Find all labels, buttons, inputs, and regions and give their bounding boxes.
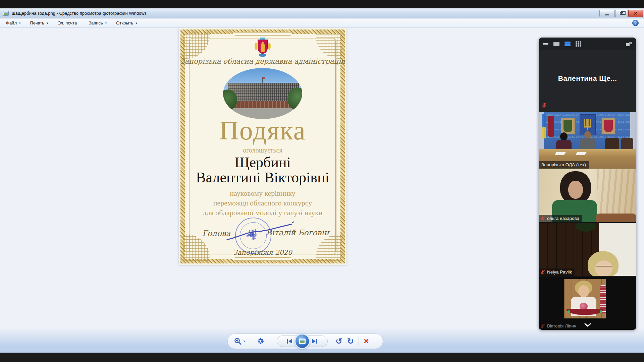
close-icon: ✕ [634,11,638,16]
certificate-image: Запорізька обласна державна адміністраці… [179,28,346,265]
participant-video-viktoria-lipych[interactable]: Вікторія Ліпич [539,277,636,330]
zaporizhzhia-coat-of-arms [255,38,271,57]
layout-popout-icon[interactable] [626,42,632,46]
previous-icon [286,338,293,344]
recipient-name: Валентині Вікторівні [179,169,346,186]
cossack-figure [261,43,265,52]
panel-view-controls [539,38,636,50]
rotate-clockwise-button[interactable]: ↻ [347,337,354,345]
certificate-description: науковому керівнику переможця обласного … [179,188,346,218]
next-icon [311,338,318,344]
participant-video-nelya-pavlik[interactable]: Nelya Pavlik [539,223,636,277]
menu-file[interactable]: Файл ▾ [3,19,24,27]
active-speaker-name: Валентина Ще... [539,74,636,82]
participant-name: Запорізька ОДА (тех) [541,162,586,167]
person-face [568,181,583,199]
microphone-muted-icon [541,216,545,221]
fit-to-window-button[interactable] [257,337,265,345]
zoom-button[interactable]: ▾ [234,337,245,345]
active-speaker-tile[interactable]: Валентина Ще... [539,50,636,112]
expand-list-button[interactable] [584,322,591,328]
participant-name-badge: Вікторія Ліпич [539,322,579,330]
fit-to-window-icon [257,337,265,345]
speaker-view-icon[interactable] [553,42,559,46]
menu-burn-label: Запись [89,20,103,25]
participant-name-badge: Запорізька ОДА (тех) [539,161,589,169]
participant-name-badge: Nelya Pavlik [539,268,575,276]
chevron-down-icon: ▾ [105,21,107,25]
participant-video-zaporizka-oda[interactable]: ЗАПОРІЗЬКА ОБЛАСТЬ ЗАПОРІЗЬКА ОБЛАСТЬ ЗА… [539,112,636,169]
microphone-muted-icon [541,270,545,275]
recipient-surname: Щербині [179,154,346,171]
close-button[interactable]: ✕ [628,10,643,17]
emblem-wing [255,43,257,50]
photo-viewer-app-icon [3,11,9,16]
letterbox-bottom [0,353,644,362]
description-line: переможця обласного конкурсу [179,198,346,208]
screen: шаЩербина зода.png - Средство просмотра … [0,0,644,362]
certificate-subtitle: оголошується [179,146,346,154]
slideshow-icon [299,339,306,344]
person-face [578,285,589,297]
glasses [596,266,612,269]
strip-view-icon[interactable] [565,42,571,46]
video-call-panel: Валентина Ще... ЗАПОРІЗЬКА ОБЛАСТЬ ЗАПОР… [539,38,636,330]
menu-print[interactable]: Печать ▾ [27,19,52,27]
restore-button[interactable] [615,10,628,17]
rotate-counterclockwise-button[interactable]: ↺ [336,337,342,345]
toolbar-divider [359,337,359,346]
menu-open[interactable]: Открыть ▾ [113,19,141,27]
delete-button[interactable]: ✕ [364,337,369,345]
help-button[interactable]: ? [632,20,639,26]
certificate-org-line: Запорізька обласна державна адміністраці… [179,57,346,65]
place-and-year: Запоріжжя 2020 [179,248,346,256]
emblem-shield [258,40,268,54]
emblem-wing [268,43,271,50]
navigation-group [277,336,328,347]
gallery-view-icon[interactable] [576,41,581,47]
participant-name: Вікторія Ліпич [547,323,576,328]
chevron-down-icon: ▾ [136,21,137,25]
regional-flag [548,116,554,137]
papers [554,152,566,155]
ribbon-ornament-bottom [232,257,293,261]
menu-open-label: Открыть [116,20,133,25]
person-silhouette [584,131,591,139]
participant-name-badge: ольга назарова [539,215,582,222]
viewer-toolbar: ▾ [227,334,383,349]
minimize-button[interactable] [599,10,615,17]
participant-name: ольга назарова [547,216,579,221]
emblem-crest [260,38,265,40]
window-title: шаЩербина зода.png - Средство просмотра … [12,11,147,16]
letterbox-top [0,0,644,8]
coat-of-arms-right [601,118,615,134]
ribbon-ornament-top [232,32,293,36]
viewer-content: Запорізька обласна державна адміністраці… [0,28,644,353]
chevron-down-icon: ▾ [47,21,48,25]
microphone-muted-icon [541,324,545,328]
chevron-down-icon: ▾ [244,340,245,343]
caption-buttons: ✕ [599,10,643,17]
magnifier-zoom-icon [234,337,242,345]
minimize-icon [605,14,609,15]
signature [226,219,296,249]
participant-video-olga-nazarova[interactable]: ольга назарова [539,169,636,223]
chevron-down-icon [584,323,591,327]
ukraine-flag [542,114,546,138]
menubar: Файл ▾ Печать ▾ Эл. почта Запись ▾ Откры… [0,18,644,28]
menu-burn[interactable]: Запись ▾ [85,19,110,27]
help-icon: ? [634,21,637,25]
menu-email[interactable]: Эл. почта [54,19,83,27]
menu-print-label: Печать [30,20,45,25]
coat-of-arms-left [561,118,575,134]
menu-email-label: Эл. почта [58,20,77,25]
papers [575,152,586,155]
participant-name: Nelya Pavlik [547,269,572,275]
slideshow-button[interactable] [294,334,310,349]
minimize-panel-icon[interactable] [543,43,548,45]
sofa [596,214,636,222]
administration-building-photo [223,68,302,119]
menu-file-label: Файл [6,20,17,25]
description-line: науковому керівнику [179,188,346,198]
emblem-base [259,54,266,57]
